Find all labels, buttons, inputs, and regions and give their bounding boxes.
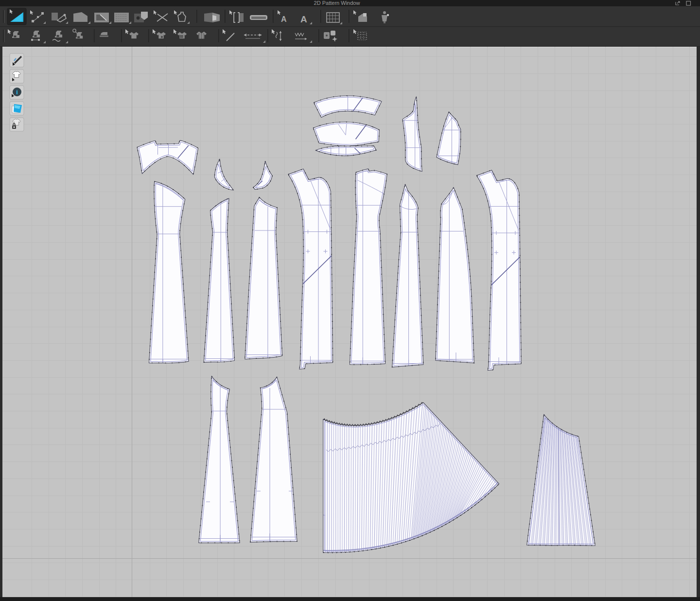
svg-text:i: i [16, 88, 18, 96]
svg-text:A: A [281, 15, 287, 23]
svg-text:A: A [300, 14, 307, 24]
svg-text:2D Pattern Window: 2D Pattern Window [314, 0, 360, 6]
